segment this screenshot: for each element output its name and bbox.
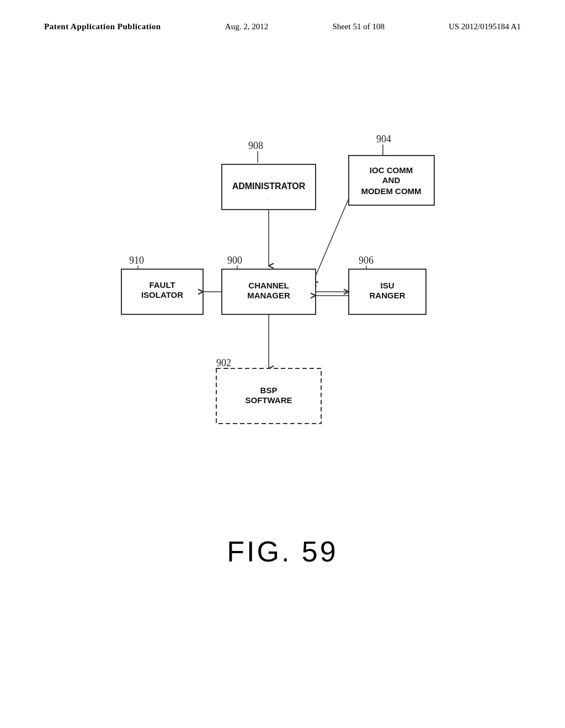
svg-text:.: .	[268, 195, 270, 201]
figure-caption: FIG. 59	[227, 535, 338, 568]
diagram-container: 908 904 ADMINISTRATOR . IOC COMM AND MOD…	[111, 127, 454, 513]
svg-text:MODEM  COMM: MODEM COMM	[361, 186, 421, 196]
svg-line-12	[313, 199, 349, 282]
publication-title: Patent Application Publication	[44, 22, 161, 31]
svg-text:ISOLATOR: ISOLATOR	[141, 290, 183, 299]
svg-text:902: 902	[216, 357, 231, 368]
svg-text:IOC  COMM: IOC COMM	[370, 165, 413, 175]
svg-text:906: 906	[359, 255, 374, 266]
svg-text:RANGER: RANGER	[369, 291, 405, 300]
svg-text:BSP: BSP	[260, 386, 278, 395]
svg-text:ADMINISTRATOR: ADMINISTRATOR	[232, 181, 306, 191]
svg-text:904: 904	[376, 133, 391, 144]
svg-text:AND: AND	[382, 175, 401, 185]
svg-text:ISU: ISU	[380, 281, 394, 290]
publication-date: Aug. 2, 2012	[225, 22, 268, 31]
svg-text:910: 910	[129, 255, 144, 266]
page-header: Patent Application Publication Aug. 2, 2…	[0, 22, 565, 31]
svg-text:908: 908	[248, 140, 263, 151]
patent-number: US 2012/0195184 A1	[449, 22, 521, 31]
svg-text:900: 900	[227, 255, 242, 266]
svg-text:FAULT: FAULT	[149, 280, 175, 290]
svg-text:MANAGER: MANAGER	[247, 291, 290, 300]
svg-text:SOFTWARE: SOFTWARE	[246, 395, 292, 405]
svg-text:CHANNEL: CHANNEL	[248, 281, 289, 290]
sheet-number: Sheet 51 of 108	[332, 22, 385, 31]
diagram-svg: 908 904 ADMINISTRATOR . IOC COMM AND MOD…	[111, 127, 454, 513]
